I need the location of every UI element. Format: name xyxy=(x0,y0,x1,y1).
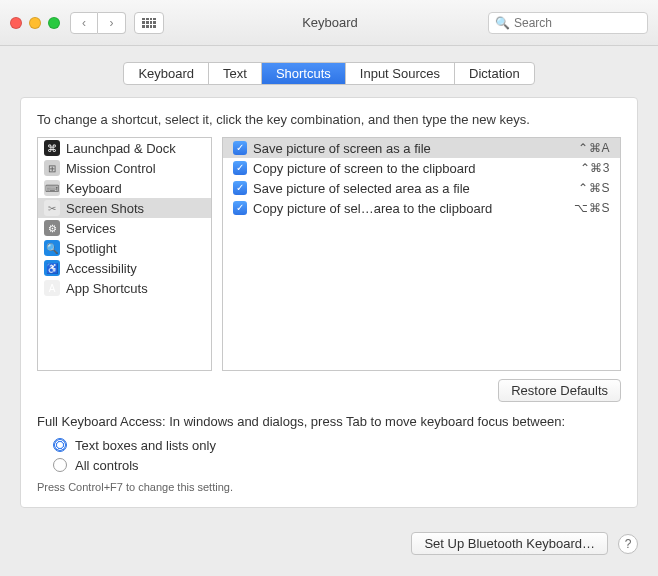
show-all-button[interactable] xyxy=(134,12,164,34)
window-title: Keyboard xyxy=(172,15,488,30)
category-launchpad-dock[interactable]: ⌘Launchpad & Dock xyxy=(38,138,211,158)
shortcut-checkbox[interactable]: ✓ xyxy=(233,201,247,215)
chevron-left-icon: ‹ xyxy=(82,16,86,30)
mission-icon: ⊞ xyxy=(44,160,60,176)
tab-segment: KeyboardTextShortcutsInput SourcesDictat… xyxy=(123,62,534,85)
launchpad-icon: ⌘ xyxy=(44,140,60,156)
restore-defaults-button[interactable]: Restore Defaults xyxy=(498,379,621,402)
shortcut-list[interactable]: ✓Save picture of screen as a file⌃⌘A✓Cop… xyxy=(222,137,621,371)
shortcut-keys: ⌃⌘S xyxy=(578,181,616,195)
shortcut-keys: ⌃⌘A xyxy=(578,141,616,155)
category-label: Spotlight xyxy=(66,241,117,256)
minimize-icon[interactable] xyxy=(29,17,41,29)
nav-buttons: ‹ › xyxy=(70,12,126,34)
shortcut-row[interactable]: ✓Save picture of screen as a file⌃⌘A xyxy=(223,138,620,158)
shortcuts-panel: To change a shortcut, select it, click t… xyxy=(20,97,638,508)
radio-label: All controls xyxy=(75,458,139,473)
tab-text[interactable]: Text xyxy=(209,63,262,84)
category-screen-shots[interactable]: ✂Screen Shots xyxy=(38,198,211,218)
category-label: Launchpad & Dock xyxy=(66,141,176,156)
category-accessibility[interactable]: ♿Accessibility xyxy=(38,258,211,278)
setup-bluetooth-button[interactable]: Set Up Bluetooth Keyboard… xyxy=(411,532,608,555)
shortcut-label: Copy picture of screen to the clipboard xyxy=(253,161,580,176)
category-app-shortcuts[interactable]: AApp Shortcuts xyxy=(38,278,211,298)
access-icon: ♿ xyxy=(44,260,60,276)
chevron-right-icon: › xyxy=(110,16,114,30)
back-button[interactable]: ‹ xyxy=(70,12,98,34)
category-list[interactable]: ⌘Launchpad & Dock⊞Mission Control⌨Keyboa… xyxy=(37,137,212,371)
tab-dictation[interactable]: Dictation xyxy=(455,63,534,84)
category-label: Screen Shots xyxy=(66,201,144,216)
category-label: App Shortcuts xyxy=(66,281,148,296)
shortcut-row[interactable]: ✓Copy picture of screen to the clipboard… xyxy=(223,158,620,178)
radio-label: Text boxes and lists only xyxy=(75,438,216,453)
category-label: Keyboard xyxy=(66,181,122,196)
shortcut-label: Save picture of screen as a file xyxy=(253,141,578,156)
close-icon[interactable] xyxy=(10,17,22,29)
tab-keyboard[interactable]: Keyboard xyxy=(124,63,209,84)
category-label: Mission Control xyxy=(66,161,156,176)
category-services[interactable]: ⚙Services xyxy=(38,218,211,238)
radio-button[interactable] xyxy=(53,438,67,452)
shortcut-checkbox[interactable]: ✓ xyxy=(233,181,247,195)
instruction-text: To change a shortcut, select it, click t… xyxy=(37,112,621,127)
category-spotlight[interactable]: 🔍Spotlight xyxy=(38,238,211,258)
zoom-icon[interactable] xyxy=(48,17,60,29)
shortcut-label: Save picture of selected area as a file xyxy=(253,181,578,196)
screen-icon: ✂ xyxy=(44,200,60,216)
tab-input-sources[interactable]: Input Sources xyxy=(346,63,455,84)
services-icon: ⚙ xyxy=(44,220,60,236)
help-icon: ? xyxy=(625,537,632,551)
radio-button[interactable] xyxy=(53,458,67,472)
fka-label: Full Keyboard Access: In windows and dia… xyxy=(37,414,621,429)
category-label: Accessibility xyxy=(66,261,137,276)
apps-icon: A xyxy=(44,280,60,296)
forward-button[interactable]: › xyxy=(98,12,126,34)
fka-option[interactable]: All controls xyxy=(53,455,621,475)
full-keyboard-access: Full Keyboard Access: In windows and dia… xyxy=(37,414,621,493)
bottom-bar: Set Up Bluetooth Keyboard… ? xyxy=(0,522,658,569)
category-mission-control[interactable]: ⊞Mission Control xyxy=(38,158,211,178)
category-label: Services xyxy=(66,221,116,236)
category-keyboard[interactable]: ⌨Keyboard xyxy=(38,178,211,198)
shortcut-row[interactable]: ✓Copy picture of sel…area to the clipboa… xyxy=(223,198,620,218)
tab-row: KeyboardTextShortcutsInput SourcesDictat… xyxy=(0,46,658,97)
keyboard-icon: ⌨ xyxy=(44,180,60,196)
search-icon: 🔍 xyxy=(495,16,510,30)
window-controls xyxy=(10,17,60,29)
help-button[interactable]: ? xyxy=(618,534,638,554)
search-field[interactable]: 🔍 xyxy=(488,12,648,34)
tab-shortcuts[interactable]: Shortcuts xyxy=(262,63,346,84)
shortcut-row[interactable]: ✓Save picture of selected area as a file… xyxy=(223,178,620,198)
shortcut-checkbox[interactable]: ✓ xyxy=(233,141,247,155)
shortcut-keys: ⌃⌘3 xyxy=(580,161,616,175)
shortcut-keys: ⌥⌘S xyxy=(574,201,616,215)
titlebar: ‹ › Keyboard 🔍 xyxy=(0,0,658,46)
shortcut-label: Copy picture of sel…area to the clipboar… xyxy=(253,201,574,216)
fka-hint: Press Control+F7 to change this setting. xyxy=(37,481,621,493)
grid-icon xyxy=(142,18,156,28)
spotlight-icon: 🔍 xyxy=(44,240,60,256)
search-input[interactable] xyxy=(514,16,641,30)
fka-option[interactable]: Text boxes and lists only xyxy=(53,435,621,455)
shortcut-checkbox[interactable]: ✓ xyxy=(233,161,247,175)
